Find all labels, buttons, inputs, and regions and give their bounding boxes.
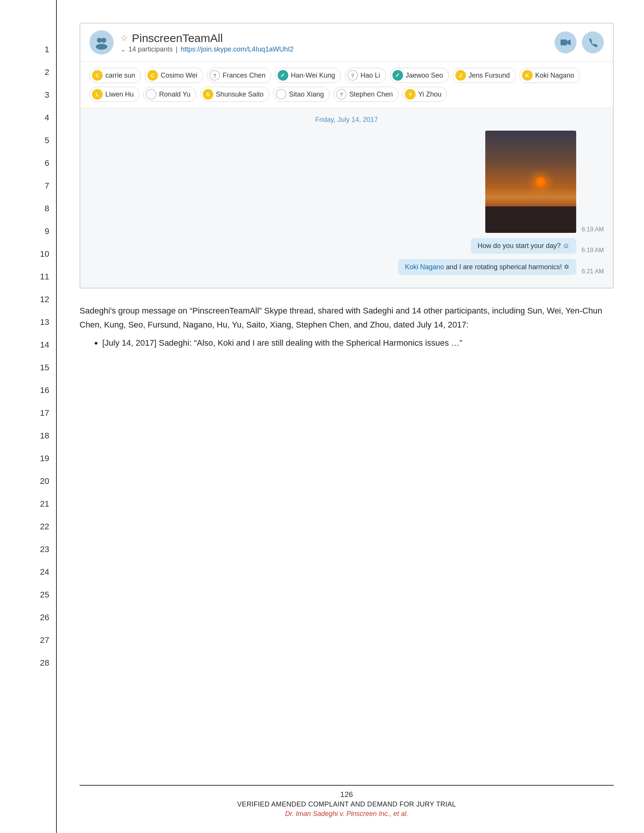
line-number-4: 4 — [45, 114, 49, 122]
line-number-28: 28 — [40, 659, 49, 667]
line-number-13: 13 — [40, 318, 49, 326]
line-number-27: 27 — [40, 636, 49, 645]
line-numbers-column: 1234567891011121314151617181920212223242… — [0, 0, 57, 833]
participant-chip-8[interactable]: LLiwen Hu — [89, 87, 139, 102]
line-number-3: 3 — [45, 91, 49, 99]
line-number-9: 9 — [45, 227, 49, 235]
image-message-row: 6:19 AM — [89, 130, 604, 233]
participant-chip-11[interactable]: Sitao Xiang — [273, 87, 330, 102]
participant-chip-5[interactable]: ✓Jaewoo Seo — [390, 68, 449, 83]
message-text-1: How do you start your day? ☺ — [478, 242, 570, 249]
chat-container: ☆ PinscreenTeamAll ⌄ 14 participants | h… — [80, 23, 614, 288]
participant-chip-2[interactable]: ?Frances Chen — [207, 68, 271, 83]
join-link[interactable]: https://join.skype.com/L4Iuq1aWUhI2 — [181, 45, 294, 53]
participant-avatar-3: ✓ — [278, 70, 288, 80]
video-call-button[interactable] — [555, 31, 576, 53]
participant-avatar-4: ? — [348, 70, 358, 80]
participant-avatar-10: S — [203, 89, 213, 100]
line-number-22: 22 — [40, 523, 49, 531]
date-divider: Friday, July 14, 2017 — [89, 116, 604, 124]
line-number-23: 23 — [40, 545, 49, 553]
line-number-19: 19 — [40, 454, 49, 463]
sun-element — [535, 177, 546, 187]
phone-call-button[interactable] — [582, 31, 604, 53]
participant-avatar-12: ? — [336, 89, 347, 100]
line-number-10: 10 — [40, 250, 49, 258]
message-row-1: How do you start your day? ☺ 6:19 AM — [89, 238, 604, 254]
line-number-6: 6 — [45, 159, 49, 167]
participant-name-0: carrie sun — [105, 72, 135, 79]
participant-chip-10[interactable]: SShunsuke Saito — [200, 87, 269, 102]
footer-subtitle: Dr. Iman Sadeghi v. Pinscreen Inc., et a… — [80, 810, 614, 818]
chat-title: PinscreenTeamAll — [132, 32, 223, 45]
svg-point-1 — [101, 38, 106, 43]
participant-name-2: Frances Chen — [223, 72, 266, 79]
line-number-8: 8 — [45, 204, 49, 213]
line-number-17: 17 — [40, 409, 49, 417]
participant-avatar-13: Y — [405, 89, 415, 100]
chat-header: ☆ PinscreenTeamAll ⌄ 14 participants | h… — [80, 24, 613, 62]
subtitle-separator: | — [176, 45, 178, 53]
line-number-18: 18 — [40, 432, 49, 440]
message-text-2-after: and I are rotating spherical harmonics! … — [446, 263, 569, 271]
line-number-25: 25 — [40, 591, 49, 599]
participant-avatar-8: L — [92, 89, 103, 100]
participant-avatar-7: K — [522, 70, 533, 80]
body-paragraph-1: Sadeghi's group message on “PinscreenTea… — [80, 304, 614, 332]
doc-body: Sadeghi's group message on “PinscreenTea… — [80, 304, 614, 350]
footer-title: VERIFIED AMENDED COMPLAINT AND DEMAND FO… — [80, 801, 614, 808]
star-icon: ☆ — [121, 33, 128, 43]
chat-group-avatar — [89, 30, 114, 55]
bullet-item-1: [July 14, 2017] Sadeghi: “Also, Koki and… — [102, 336, 614, 350]
participant-chip-7[interactable]: KKoki Nagano — [519, 68, 580, 83]
svg-marker-4 — [567, 39, 571, 45]
image-message-time: 6:19 AM — [581, 226, 604, 233]
participant-name-7: Koki Nagano — [535, 72, 574, 79]
main-content: ☆ PinscreenTeamAll ⌄ 14 participants | h… — [57, 0, 644, 833]
line-number-2: 2 — [45, 68, 49, 77]
chat-messages: Friday, July 14, 2017 6:19 AM How do you… — [80, 108, 613, 288]
chat-header-actions — [555, 31, 604, 53]
participant-chip-0[interactable]: Ccarrie sun — [89, 68, 141, 83]
chat-title-row: ☆ PinscreenTeamAll — [121, 32, 548, 45]
chevron-down-icon[interactable]: ⌄ — [121, 46, 126, 53]
participant-chip-4[interactable]: ?Hao Li — [345, 68, 386, 83]
line-number-24: 24 — [40, 568, 49, 576]
participant-name-13: Yi Zhou — [418, 90, 441, 98]
message-time-1: 6:19 AM — [581, 247, 604, 254]
chat-header-info: ☆ PinscreenTeamAll ⌄ 14 participants | h… — [121, 32, 548, 53]
participant-avatar-9 — [146, 89, 156, 100]
page-footer: 126 VERIFIED AMENDED COMPLAINT AND DEMAN… — [80, 785, 614, 818]
participant-name-5: Jaewoo Seo — [406, 72, 443, 79]
participant-chip-12[interactable]: ?Stephen Chen — [333, 87, 399, 102]
svg-point-0 — [97, 38, 102, 43]
participant-name-12: Stephen Chen — [349, 90, 393, 98]
mention-koki-nagano: Koki Nagano — [405, 263, 444, 271]
footer-page-number: 126 — [80, 790, 614, 799]
message-bubble-2: Koki Nagano and I are rotating spherical… — [398, 259, 576, 275]
participant-avatar-11 — [276, 89, 287, 100]
participant-chip-13[interactable]: YYi Zhou — [402, 87, 447, 102]
participant-name-10: Shunsuke Saito — [216, 90, 264, 98]
chat-subtitle: ⌄ 14 participants | https://join.skype.c… — [121, 45, 548, 53]
participant-chip-6[interactable]: JJens Fursund — [453, 68, 515, 83]
participant-avatar-5: ✓ — [393, 70, 403, 80]
line-number-15: 15 — [40, 363, 49, 372]
participant-avatar-1: C — [147, 70, 158, 80]
participant-name-9: Ronald Yu — [159, 90, 190, 98]
sunset-image — [485, 130, 576, 233]
participant-name-3: Han-Wei Kung — [291, 72, 335, 79]
participant-avatar-6: J — [456, 70, 466, 80]
participant-name-6: Jens Fursund — [469, 72, 510, 79]
city-silhouette — [485, 206, 576, 233]
participant-avatar-2: ? — [209, 70, 220, 80]
bullet-list: [July 14, 2017] Sadeghi: “Also, Koki and… — [102, 336, 614, 350]
participant-name-8: Liwen Hu — [105, 90, 134, 98]
participant-chip-9[interactable]: Ronald Yu — [143, 87, 196, 102]
participant-name-4: Hao Li — [361, 72, 380, 79]
line-number-1: 1 — [45, 45, 49, 54]
participant-chip-1[interactable]: CCosimo Wei — [145, 68, 203, 83]
participant-chip-3[interactable]: ✓Han-Wei Kung — [275, 68, 341, 83]
participant-count: 14 participants — [129, 45, 173, 53]
line-number-20: 20 — [40, 477, 49, 486]
